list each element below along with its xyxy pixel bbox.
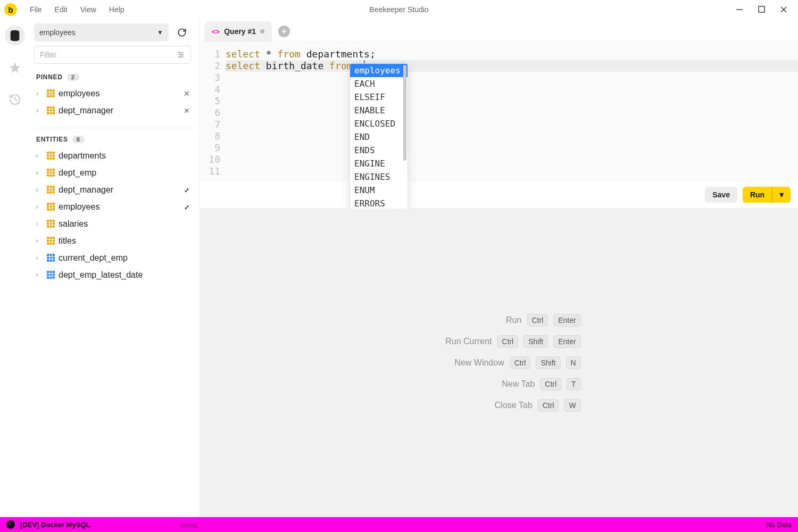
- table-icon: [47, 186, 55, 194]
- view-icon: [47, 254, 55, 262]
- menu-view[interactable]: View: [74, 2, 103, 17]
- code-editor[interactable]: 1234567891011 select * from departments;…: [200, 42, 798, 181]
- sidebar-item-label: employees: [59, 202, 99, 212]
- autocomplete-option[interactable]: employees: [350, 64, 408, 77]
- keycap: Ctrl: [497, 335, 518, 348]
- table-icon: [47, 169, 55, 177]
- view-icon: [47, 271, 55, 279]
- shortcut-label: New Window: [430, 358, 504, 368]
- keycap: Ctrl: [540, 378, 561, 390]
- svg-rect-51: [47, 254, 55, 262]
- menu-help[interactable]: Help: [103, 2, 131, 17]
- table-icon: [47, 203, 55, 211]
- sidebar-item-dept_manager[interactable]: › dept_manager ✕: [34, 102, 193, 119]
- autocomplete-scrollbar[interactable]: [403, 65, 406, 161]
- sidebar-item-employees[interactable]: › employees: [34, 198, 193, 215]
- run-button-group: Run ▼: [743, 187, 791, 203]
- run-dropdown-button[interactable]: ▼: [772, 187, 791, 203]
- svg-rect-11: [47, 89, 55, 97]
- sidebar-item-employees[interactable]: › employees ✕: [34, 85, 193, 102]
- section-divider: [35, 128, 192, 128]
- window-close-icon[interactable]: [780, 6, 787, 13]
- unpin-icon[interactable]: ✕: [184, 106, 190, 115]
- sidebar-item-dept_emp_latest_date[interactable]: › dept_emp_latest_date: [34, 267, 193, 284]
- sidebar-item-label: salaries: [59, 219, 88, 229]
- table-icon: [47, 89, 55, 98]
- sidebar-item-titles[interactable]: › titles: [34, 232, 193, 250]
- autocomplete-option[interactable]: ENDS: [350, 144, 408, 157]
- tab-dirty-indicator: [260, 29, 264, 34]
- line-gutter: 1234567891011: [200, 48, 226, 177]
- run-button[interactable]: Run: [743, 187, 772, 203]
- autocomplete-option[interactable]: EACH: [350, 77, 408, 90]
- shortcut-row: Run CurrentCtrl Shift Enter: [417, 335, 580, 348]
- status-driver: mysql: [180, 521, 198, 529]
- refresh-button[interactable]: [173, 23, 191, 41]
- window-maximize-icon[interactable]: [758, 6, 765, 13]
- chevron-right-icon: ›: [36, 186, 44, 194]
- svg-rect-56: [47, 271, 55, 279]
- statusbar: [DEV] Docker MySQL mysql No Data: [0, 517, 798, 532]
- chevron-right-icon: ›: [36, 254, 44, 262]
- sidebar-item-label: current_dept_emp: [59, 253, 128, 263]
- sidebar-item-current_dept_emp[interactable]: › current_dept_emp: [34, 250, 193, 267]
- autocomplete-option[interactable]: ENABLE: [350, 104, 408, 117]
- autocomplete-option[interactable]: END: [350, 130, 408, 144]
- sidebar-item-salaries[interactable]: › salaries: [34, 215, 193, 232]
- svg-point-9: [181, 54, 183, 56]
- entities-list: › departments › dept_emp › dept_manager …: [30, 147, 197, 287]
- shortcut-row: Close TabCtrl W: [458, 399, 581, 412]
- sidebar-item-dept_emp[interactable]: › dept_emp: [34, 164, 193, 181]
- database-select[interactable]: employees ▼: [34, 23, 169, 41]
- pin-icon[interactable]: [184, 187, 190, 193]
- svg-rect-26: [47, 169, 55, 177]
- app-logo: b: [4, 3, 17, 16]
- chevron-right-icon: ›: [36, 152, 44, 160]
- entities-count: 8: [72, 136, 85, 143]
- database-select-label: employees: [39, 28, 76, 37]
- add-tab-button[interactable]: +: [278, 26, 290, 37]
- autocomplete-option[interactable]: ENUM: [350, 184, 408, 197]
- window-minimize-icon[interactable]: [736, 6, 743, 13]
- rail-database-icon[interactable]: [5, 26, 25, 46]
- status-result: No Data: [766, 521, 792, 529]
- entities-heading: ENTITIES 8: [30, 130, 197, 147]
- autocomplete-option[interactable]: ENCLOSED: [350, 117, 408, 130]
- keycap: T: [567, 378, 581, 390]
- table-icon: [47, 220, 55, 228]
- rail-star-icon[interactable]: [5, 57, 25, 78]
- code-lines[interactable]: select * from departments;select birth_d…: [226, 48, 798, 177]
- pin-icon[interactable]: [184, 204, 190, 210]
- keycap: Enter: [553, 314, 580, 327]
- autocomplete-option[interactable]: ENGINES: [350, 170, 408, 184]
- chevron-down-icon: ▼: [778, 190, 785, 199]
- sidebar-item-label: dept_manager: [59, 185, 113, 195]
- svg-rect-36: [47, 203, 55, 211]
- autocomplete-option[interactable]: ENGINE: [350, 157, 408, 170]
- save-button[interactable]: Save: [705, 187, 737, 203]
- menu-file[interactable]: File: [23, 2, 48, 17]
- sidebar-item-label: dept_emp_latest_date: [59, 270, 143, 280]
- keycap: Shift: [523, 335, 548, 348]
- filter-input[interactable]: [40, 51, 177, 59]
- status-connection[interactable]: [DEV] Docker MySQL: [20, 521, 90, 529]
- status-ok-icon: [6, 520, 15, 529]
- rail-history-icon[interactable]: [5, 89, 25, 110]
- menu-edit[interactable]: Edit: [48, 2, 74, 17]
- autocomplete-popup: employeesEACHELSEIFENABLEENCLOSEDENDENDS…: [350, 63, 408, 224]
- pinned-count: 2: [67, 73, 79, 81]
- shortcut-label: Run: [447, 315, 521, 325]
- svg-rect-31: [47, 186, 55, 194]
- keycap: W: [564, 399, 580, 412]
- tab-query-1[interactable]: <> Query #1: [204, 21, 272, 41]
- unpin-icon[interactable]: ✕: [184, 89, 190, 98]
- sidebar-item-departments[interactable]: › departments: [34, 147, 193, 164]
- tab-label: Query #1: [224, 27, 256, 36]
- autocomplete-option[interactable]: ELSEIF: [350, 90, 408, 104]
- filter-settings-icon[interactable]: [177, 51, 185, 59]
- results-panel: RunCtrl EnterRun CurrentCtrl Shift Enter…: [200, 209, 798, 517]
- sidebar-item-dept_manager[interactable]: › dept_manager: [34, 181, 193, 198]
- window-controls: [736, 6, 794, 13]
- sidebar: employees ▼ PINNED 2 › employees ✕› dept…: [30, 19, 200, 517]
- filter-input-wrapper: [34, 46, 191, 64]
